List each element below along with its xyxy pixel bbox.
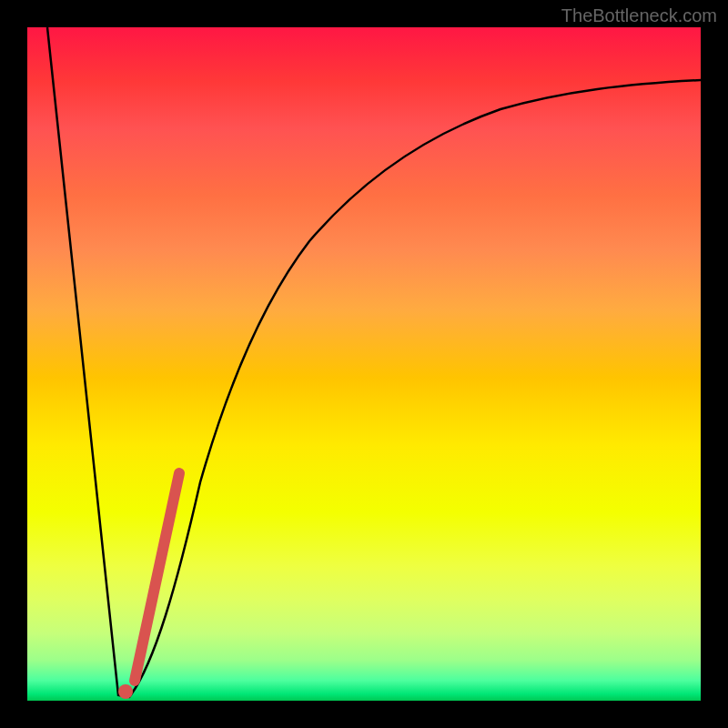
bottleneck-curve (47, 27, 701, 697)
chart-plot-area (27, 27, 701, 701)
chart-svg (27, 27, 701, 701)
watermark-text: TheBottleneck.com (561, 5, 717, 26)
highlight-marker (118, 684, 133, 699)
highlight-segment (135, 473, 179, 681)
